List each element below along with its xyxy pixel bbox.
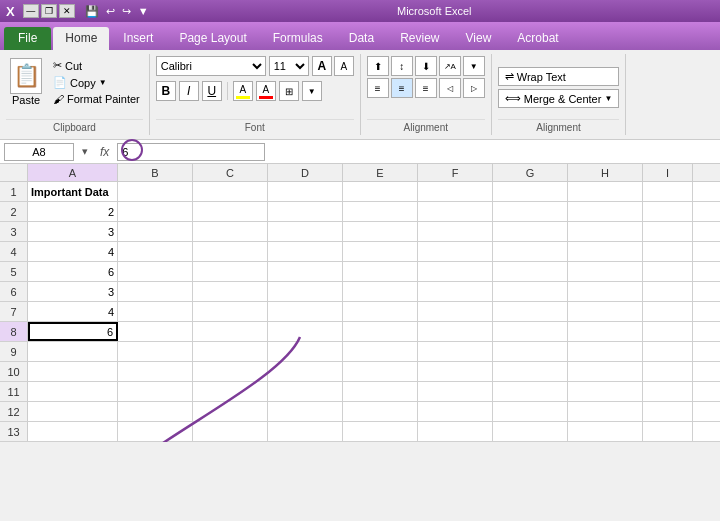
cell-a6[interactable]: 3 [28,282,118,301]
cell-a4[interactable]: 4 [28,242,118,261]
cell-a12[interactable] [28,402,118,421]
cell-c1[interactable] [193,182,268,201]
cell-f4[interactable] [418,242,493,261]
col-header-i[interactable]: I [643,164,693,181]
font-size-select[interactable]: 11 [269,56,309,76]
cell-f3[interactable] [418,222,493,241]
formula-expand-button[interactable]: ▾ [78,145,92,158]
row-header-8[interactable]: 8 [0,322,28,341]
cell-d12[interactable] [268,402,343,421]
row-header-11[interactable]: 11 [0,382,28,401]
cell-e10[interactable] [343,362,418,381]
cell-d13[interactable] [268,422,343,441]
cell-h4[interactable] [568,242,643,261]
col-header-c[interactable]: C [193,164,268,181]
decrease-indent-button[interactable]: ◁ [439,78,461,98]
cell-i7[interactable] [643,302,693,321]
cell-b8[interactable] [118,322,193,341]
cell-g5[interactable] [493,262,568,281]
cell-b3[interactable] [118,222,193,241]
cell-c5[interactable] [193,262,268,281]
format-painter-button[interactable]: 🖌 Format Painter [50,92,143,106]
border-button[interactable]: ⊞ [279,81,299,101]
cell-e6[interactable] [343,282,418,301]
cell-a13[interactable] [28,422,118,441]
cell-a5[interactable]: 6 [28,262,118,281]
row-header-12[interactable]: 12 [0,402,28,421]
cell-a10[interactable] [28,362,118,381]
row-header-3[interactable]: 3 [0,222,28,241]
cell-a8[interactable]: 6 [28,322,118,341]
col-header-d[interactable]: D [268,164,343,181]
cell-a11[interactable] [28,382,118,401]
cell-g6[interactable] [493,282,568,301]
cell-g2[interactable] [493,202,568,221]
italic-button[interactable]: I [179,81,199,101]
align-center-button[interactable]: ≡ [391,78,413,98]
cell-i9[interactable] [643,342,693,361]
cell-c10[interactable] [193,362,268,381]
cell-d7[interactable] [268,302,343,321]
cell-h10[interactable] [568,362,643,381]
orientation-button[interactable]: ↗A [439,56,461,76]
cell-a7[interactable]: 4 [28,302,118,321]
cell-a3[interactable]: 3 [28,222,118,241]
row-header-7[interactable]: 7 [0,302,28,321]
cell-h6[interactable] [568,282,643,301]
align-middle-button[interactable]: ↕ [391,56,413,76]
cell-h9[interactable] [568,342,643,361]
cell-h12[interactable] [568,402,643,421]
cell-b12[interactable] [118,402,193,421]
cell-e2[interactable] [343,202,418,221]
cell-h3[interactable] [568,222,643,241]
cell-d10[interactable] [268,362,343,381]
cell-h8[interactable] [568,322,643,341]
cell-reference-input[interactable]: A8 [4,143,74,161]
tab-data[interactable]: Data [337,27,386,50]
cell-e3[interactable] [343,222,418,241]
col-header-h[interactable]: H [568,164,643,181]
cell-c12[interactable] [193,402,268,421]
cell-b11[interactable] [118,382,193,401]
row-header-10[interactable]: 10 [0,362,28,381]
cell-h7[interactable] [568,302,643,321]
cell-c11[interactable] [193,382,268,401]
undo-quick-btn[interactable]: ↩ [104,5,117,18]
tab-page-layout[interactable]: Page Layout [167,27,258,50]
cell-c9[interactable] [193,342,268,361]
cell-g7[interactable] [493,302,568,321]
cell-c8[interactable] [193,322,268,341]
cell-b2[interactable] [118,202,193,221]
cell-c13[interactable] [193,422,268,441]
cell-h11[interactable] [568,382,643,401]
fill-color-button[interactable]: A [233,81,253,101]
cell-c4[interactable] [193,242,268,261]
cell-e11[interactable] [343,382,418,401]
cut-button[interactable]: ✂ Cut [50,58,143,73]
cell-d3[interactable] [268,222,343,241]
restore-btn[interactable]: ❐ [41,4,57,18]
cell-i4[interactable] [643,242,693,261]
cell-b1[interactable] [118,182,193,201]
cell-d8[interactable] [268,322,343,341]
cell-f10[interactable] [418,362,493,381]
cell-i1[interactable] [643,182,693,201]
cell-g11[interactable] [493,382,568,401]
cell-g9[interactable] [493,342,568,361]
align-top-button[interactable]: ⬆ [367,56,389,76]
save-quick-btn[interactable]: 💾 [83,5,101,18]
row-header-2[interactable]: 2 [0,202,28,221]
cell-e12[interactable] [343,402,418,421]
cell-c2[interactable] [193,202,268,221]
cell-h1[interactable] [568,182,643,201]
col-header-b[interactable]: B [118,164,193,181]
cell-f7[interactable] [418,302,493,321]
col-header-f[interactable]: F [418,164,493,181]
tab-acrobat[interactable]: Acrobat [505,27,570,50]
cell-h13[interactable] [568,422,643,441]
cell-b7[interactable] [118,302,193,321]
cell-f9[interactable] [418,342,493,361]
cell-c7[interactable] [193,302,268,321]
tab-home[interactable]: Home [53,27,109,50]
cell-d5[interactable] [268,262,343,281]
